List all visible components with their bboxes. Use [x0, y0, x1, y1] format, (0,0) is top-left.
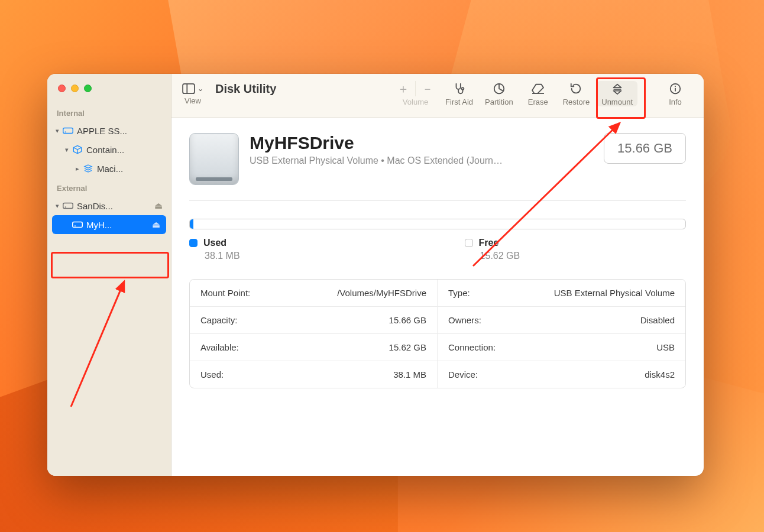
eraser-icon [531, 81, 545, 96]
eject-stack-icon [611, 81, 624, 96]
svg-rect-0 [63, 128, 73, 134]
svg-rect-6 [183, 84, 195, 93]
chevron-down-icon[interactable]: ▾ [53, 127, 61, 135]
detail-key: Available: [200, 342, 239, 352]
detail-row: Type:USB External Physical Volume [438, 280, 685, 307]
toolbar-label: Info [669, 98, 682, 106]
minimize-window-button[interactable] [71, 85, 79, 92]
eject-icon[interactable]: ⏏ [154, 200, 165, 211]
svg-point-14 [675, 86, 676, 87]
volume-subtitle: USB External Physical Volume • Mac OS Ex… [250, 155, 503, 166]
sidebar-item-container[interactable]: ▾ Contain... [47, 140, 171, 159]
svg-rect-11 [613, 89, 621, 90]
svg-point-8 [461, 87, 464, 90]
divider [189, 200, 686, 201]
sidebar-item-external-disk[interactable]: ▾ SanDis... ⏏ [47, 196, 171, 215]
external-disk-icon [61, 202, 75, 210]
svg-rect-2 [63, 203, 73, 209]
toolbar: ⌄ View Disk Utility ＋ － Volume [171, 74, 704, 118]
sidebar-item-label: APPLE SS... [75, 126, 165, 136]
toolbar-label: Unmount [601, 98, 633, 106]
stethoscope-icon [453, 81, 466, 96]
details-table: Mount Point:/Volumes/MyHFSDrive Capacity… [189, 279, 686, 388]
usage-bar [189, 219, 686, 229]
volume-add-remove-button: ＋ － Volume [393, 81, 438, 106]
zoom-window-button[interactable] [84, 85, 92, 92]
chevron-down-icon[interactable]: ▾ [53, 202, 61, 210]
swatch-free [465, 239, 473, 247]
chevron-right-icon[interactable]: ▸ [73, 165, 82, 173]
legend-value: 15.62 GB [465, 251, 520, 261]
legend-value: 38.1 MB [189, 251, 240, 261]
first-aid-button[interactable]: First Aid [441, 81, 478, 106]
container-icon [71, 145, 84, 154]
legend-free: Free 15.62 GB [465, 238, 520, 261]
sidebar-item-label: Contain... [84, 145, 165, 155]
chevron-down-icon: ⌄ [198, 85, 203, 93]
volume-name: MyHFSDrive [250, 133, 503, 153]
toolbar-label: Volume [403, 98, 428, 106]
external-drive-artwork [189, 133, 239, 185]
detail-key: Owners: [448, 315, 481, 325]
details-right-column: Type:USB External Physical Volume Owners… [438, 280, 685, 388]
partition-button[interactable]: Partition [480, 81, 518, 106]
minus-icon: － [422, 81, 433, 97]
toolbar-label: Restore [563, 98, 590, 106]
legend-label: Free [479, 238, 499, 248]
detail-row: Mount Point:/Volumes/MyHFSDrive [190, 280, 437, 307]
detail-row: Capacity:15.66 GB [190, 307, 437, 334]
detail-key: Device: [448, 369, 478, 379]
pie-chart-icon [493, 81, 506, 96]
volume-header: MyHFSDrive USB External Physical Volume … [189, 133, 686, 185]
legend-label: Used [203, 238, 226, 248]
detail-key: Capacity: [200, 315, 238, 325]
toolbar-label: View [184, 96, 201, 105]
content-area: MyHFSDrive USB External Physical Volume … [171, 118, 704, 476]
detail-key: Used: [200, 369, 224, 379]
usage-legend: Used 38.1 MB Free 15.62 GB [189, 238, 686, 261]
detail-row: Available:15.62 GB [190, 334, 437, 361]
swatch-used [189, 239, 198, 247]
details-left-column: Mount Point:/Volumes/MyHFSDrive Capacity… [190, 280, 438, 388]
detail-row: Owners:Disabled [438, 307, 685, 334]
eject-icon[interactable]: ⏏ [152, 219, 163, 230]
toolbar-label: Partition [485, 98, 513, 106]
legend-used: Used 38.1 MB [189, 238, 240, 261]
svg-rect-4 [73, 222, 83, 228]
app-title: Disk Utility [215, 82, 276, 96]
detail-row: Connection:USB [438, 334, 685, 361]
usage-bar-used-segment [190, 219, 193, 229]
sidebar-item-macintosh-hd[interactable]: ▸ Maci... [47, 159, 171, 178]
sidebar-item-label: SanDis... [75, 201, 154, 211]
detail-value: Disabled [640, 315, 675, 325]
restore-arrow-icon [569, 81, 582, 96]
sidebar-section-internal: Internal [47, 103, 171, 121]
sidebar-section-external: External [47, 178, 171, 196]
restore-button[interactable]: Restore [558, 81, 595, 106]
volume-stack-icon [82, 164, 95, 173]
detail-row: Used:38.1 MB [190, 361, 437, 388]
sidebar-item-myhfsdrive[interactable]: MyH... ⏏ [52, 215, 166, 234]
view-toggle-button[interactable]: ⌄ View [182, 81, 203, 105]
detail-value: 15.62 GB [389, 342, 426, 352]
toolbar-label: Erase [528, 98, 548, 106]
detail-value: /Volumes/MyHFSDrive [337, 288, 426, 298]
chevron-down-icon[interactable]: ▾ [63, 146, 71, 154]
sidebar: Internal ▾ APPLE SS... ▾ Contain... ▸ Ma… [47, 74, 171, 476]
main-pane: ⌄ View Disk Utility ＋ － Volume [171, 74, 704, 476]
erase-button[interactable]: Erase [520, 81, 556, 106]
external-volume-icon [71, 220, 84, 229]
internal-disk-icon [61, 126, 75, 135]
sidebar-item-label: MyH... [84, 220, 152, 230]
window-controls [47, 82, 171, 103]
detail-value: USB External Physical Volume [554, 288, 675, 298]
detail-key: Connection: [448, 342, 496, 352]
close-window-button[interactable] [58, 85, 66, 92]
sidebar-item-internal-disk[interactable]: ▾ APPLE SS... [47, 121, 171, 140]
info-button[interactable]: Info [658, 81, 693, 106]
detail-value: 38.1 MB [393, 369, 426, 379]
detail-value: 15.66 GB [389, 315, 426, 325]
unmount-button[interactable]: Unmount [597, 81, 637, 106]
detail-row: Device:disk4s2 [438, 361, 685, 388]
toolbar-label: First Aid [445, 98, 473, 106]
